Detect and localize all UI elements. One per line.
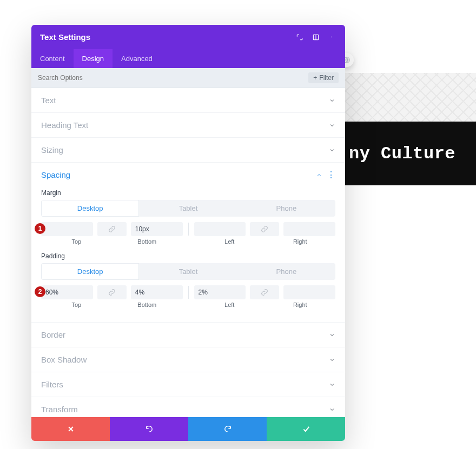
undo-button[interactable]	[110, 417, 188, 441]
section-text[interactable]: Text	[31, 88, 345, 112]
margin-device-tabs: Desktop Tablet Phone	[41, 200, 335, 217]
link-icon[interactable]	[97, 222, 127, 236]
vertical-divider	[188, 223, 189, 236]
vertical-divider	[188, 286, 189, 299]
link-icon[interactable]	[97, 285, 127, 299]
padding-side-labels: Top Bottom Left Right	[41, 301, 335, 308]
section-spacing[interactable]: Spacing ⋮	[31, 163, 345, 187]
save-button[interactable]	[267, 417, 345, 441]
margin-device-desktop[interactable]: Desktop	[41, 200, 139, 217]
chevron-down-icon	[329, 147, 335, 153]
section-sizing[interactable]: Sizing	[31, 138, 345, 162]
modal-title: Text Settings	[40, 32, 90, 42]
section-spacing-menu-icon[interactable]: ⋮	[327, 171, 335, 179]
section-sizing-title: Sizing	[41, 145, 63, 155]
svg-point-3	[331, 36, 332, 37]
link-icon[interactable]	[250, 222, 279, 236]
close-button[interactable]	[31, 417, 110, 441]
margin-top-input[interactable]	[45, 225, 89, 233]
margin-values-row: 1	[41, 222, 335, 236]
callout-1: 1	[35, 223, 45, 234]
padding-top-input[interactable]	[45, 289, 89, 296]
search-input[interactable]	[38, 74, 308, 82]
canvas-heading-text: ny Culture	[349, 144, 455, 164]
more-menu-icon[interactable]	[328, 33, 336, 42]
section-box-shadow[interactable]: Box Shadow	[31, 347, 345, 372]
chevron-down-icon	[329, 357, 335, 363]
modal-header: Text Settings Content Design Advanced	[31, 25, 345, 68]
search-bar: +Filter	[31, 68, 345, 88]
section-spacing-title: Spacing	[41, 170, 70, 179]
margin-right-input[interactable]	[288, 225, 331, 233]
chevron-down-icon	[329, 122, 335, 129]
margin-side-labels: Top Bottom Left Right	[41, 238, 335, 245]
section-filters-title: Filters	[41, 380, 63, 389]
section-border-title: Border	[41, 330, 65, 339]
section-spacing-body: Margin Desktop Tablet Phone 1	[31, 189, 345, 322]
section-transform-title: Transform	[41, 405, 78, 414]
section-border[interactable]: Border	[31, 323, 345, 347]
padding-left-input[interactable]	[199, 289, 242, 296]
modal-body[interactable]: Text Heading Text Sizing Spacin	[31, 88, 345, 417]
tab-advanced[interactable]: Advanced	[113, 49, 161, 68]
callout-2: 2	[35, 286, 45, 297]
padding-bottom-input[interactable]	[135, 289, 178, 296]
tab-content[interactable]: Content	[31, 49, 74, 68]
panel-layout-icon[interactable]	[312, 33, 320, 42]
chevron-down-icon	[329, 406, 335, 413]
margin-label: Margin	[41, 189, 335, 197]
padding-values-row: 2	[41, 285, 335, 299]
chevron-down-icon	[329, 97, 335, 104]
link-icon[interactable]	[250, 285, 279, 299]
padding-device-tablet[interactable]: Tablet	[139, 263, 237, 280]
margin-bottom-input[interactable]	[135, 225, 178, 233]
section-filters[interactable]: Filters	[31, 372, 345, 397]
canvas-heading-band: ny Culture	[343, 122, 476, 185]
tab-design[interactable]: Design	[74, 49, 113, 68]
chevron-up-icon	[316, 172, 322, 178]
filter-button-label: Filter	[319, 74, 334, 82]
padding-label: Padding	[41, 252, 335, 260]
section-heading-text-title: Heading Text	[41, 120, 88, 130]
margin-device-tablet[interactable]: Tablet	[139, 200, 237, 217]
expand-icon[interactable]	[295, 33, 304, 42]
padding-right-input[interactable]	[288, 289, 331, 296]
padding-device-desktop[interactable]: Desktop	[41, 263, 139, 280]
svg-point-2	[331, 36, 332, 37]
svg-point-4	[331, 37, 332, 37]
canvas-pattern-strip	[343, 73, 476, 122]
filter-button[interactable]: +Filter	[308, 72, 339, 83]
modal-footer	[31, 417, 345, 441]
chevron-down-icon	[329, 381, 335, 388]
settings-modal: Text Settings Content Design Advanced	[31, 25, 345, 441]
section-transform[interactable]: Transform	[31, 397, 345, 417]
padding-device-phone[interactable]: Phone	[237, 263, 335, 280]
section-text-title: Text	[41, 96, 56, 105]
margin-left-input[interactable]	[199, 225, 242, 233]
section-heading-text[interactable]: Heading Text	[31, 113, 345, 137]
section-box-shadow-title: Box Shadow	[41, 355, 87, 364]
padding-device-tabs: Desktop Tablet Phone	[41, 263, 335, 280]
margin-device-phone[interactable]: Phone	[237, 200, 335, 217]
chevron-down-icon	[329, 332, 335, 338]
redo-button[interactable]	[188, 417, 267, 441]
modal-tabs: Content Design Advanced	[31, 49, 345, 68]
